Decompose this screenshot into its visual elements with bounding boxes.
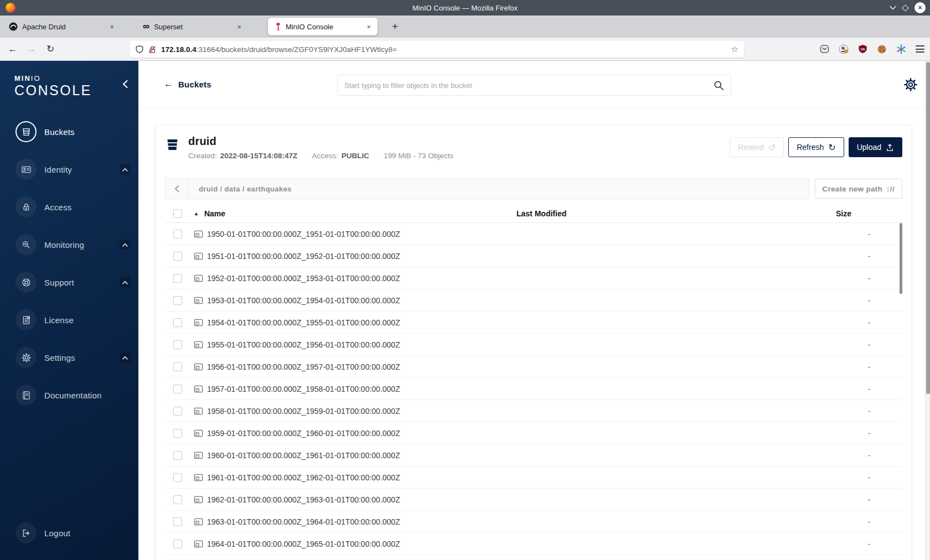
column-header-size[interactable]: Size — [836, 209, 902, 218]
object-name[interactable]: 1960-01-01T00:00:00.000Z_1961-01-01T00:0… — [207, 451, 400, 460]
object-name[interactable]: 1957-01-01T00:00:00.000Z_1958-01-01T00:0… — [207, 385, 400, 393]
sidebar-item-monitoring[interactable]: Monitoring — [0, 234, 138, 256]
row-checkbox[interactable] — [173, 230, 182, 238]
object-name[interactable]: 1956-01-01T00:00:00.000Z_1957-01-01T00:0… — [207, 362, 400, 371]
main-scrollbar-thumb[interactable] — [926, 62, 930, 394]
table-row[interactable]: 1960-01-01T00:00:00.000Z_1961-01-01T00:0… — [165, 444, 902, 466]
object-name[interactable]: 1958-01-01T00:00:00.000Z_1959-01-01T00:0… — [207, 407, 400, 416]
row-checkbox[interactable] — [173, 318, 182, 327]
object-name[interactable]: 1962-01-01T00:00:00.000Z_1963-01-01T00:0… — [207, 495, 400, 504]
bookmark-star-icon[interactable]: ☆ — [731, 44, 738, 54]
create-new-path-button[interactable]: Create new path :// — [815, 179, 902, 199]
url-bar[interactable]: 172.18.0.4:31664/buckets/druid/browse/ZG… — [130, 41, 744, 58]
table-row[interactable]: 1963-01-01T00:00:00.000Z_1964-01-01T00:0… — [165, 511, 902, 533]
window-maximize-button[interactable] — [902, 4, 909, 12]
row-checkbox[interactable] — [173, 296, 182, 305]
object-name[interactable]: 1959-01-01T00:00:00.000Z_1960-01-01T00:0… — [207, 429, 400, 438]
extension-asterisk-icon[interactable] — [896, 44, 906, 54]
collapse-chevron-icon[interactable] — [120, 277, 131, 287]
tab-close-icon[interactable]: × — [236, 23, 242, 31]
select-all-checkbox[interactable] — [173, 209, 182, 218]
row-checkbox[interactable] — [173, 252, 182, 261]
table-row[interactable]: 1962-01-01T00:00:00.000Z_1963-01-01T00:0… — [165, 489, 902, 511]
column-header-name[interactable]: Name — [204, 209, 225, 218]
window-close-button[interactable]: × — [914, 2, 926, 13]
table-row[interactable]: 1961-01-01T00:00:00.000Z_1962-01-01T00:0… — [165, 466, 902, 489]
tab-close-icon[interactable]: × — [108, 23, 115, 31]
browser-reload-button[interactable]: ↻ — [41, 43, 60, 55]
table-row[interactable]: 1954-01-01T00:00:00.000Z_1955-01-01T00:0… — [165, 312, 902, 334]
sort-ascending-icon[interactable]: ▲ — [194, 211, 199, 216]
ublock-origin-icon[interactable]: U0 — [858, 44, 867, 54]
tab-apache-druid[interactable]: Apache Druid × — [3, 18, 121, 35]
row-checkbox[interactable] — [173, 495, 182, 504]
object-name[interactable]: 1951-01-01T00:00:00.000Z_1952-01-01T00:0… — [207, 252, 400, 261]
object-name[interactable]: 1954-01-01T00:00:00.000Z_1955-01-01T00:0… — [207, 318, 400, 327]
tracking-shield-icon[interactable] — [135, 45, 144, 54]
object-name[interactable]: 1952-01-01T00:00:00.000Z_1953-01-01T00:0… — [207, 274, 400, 283]
hamburger-menu-icon[interactable] — [916, 45, 924, 53]
object-name[interactable]: 1955-01-01T00:00:00.000Z_1956-01-01T00:0… — [207, 340, 400, 349]
table-row[interactable]: 1951-01-01T00:00:00.000Z_1952-01-01T00:0… — [165, 245, 902, 267]
row-checkbox[interactable] — [173, 473, 182, 482]
object-filter-input[interactable] — [344, 81, 714, 90]
table-row[interactable]: 1952-01-01T00:00:00.000Z_1953-01-01T00:0… — [165, 267, 902, 289]
window-minimize-button[interactable] — [890, 6, 896, 10]
table-row[interactable]: 1959-01-01T00:00:00.000Z_1960-01-01T00:0… — [165, 422, 902, 444]
row-checkbox[interactable] — [173, 429, 182, 438]
row-checkbox[interactable] — [173, 407, 182, 416]
sidebar-collapse-icon[interactable] — [122, 80, 128, 89]
collapse-chevron-icon[interactable] — [120, 240, 131, 250]
row-checkbox[interactable] — [173, 451, 182, 460]
table-row[interactable]: 1958-01-01T00:00:00.000Z_1959-01-01T00:0… — [165, 400, 902, 422]
sidebar-item-logout[interactable]: Logout — [0, 522, 138, 544]
sidebar-item-documentation[interactable]: Documentation — [0, 384, 138, 406]
rewind-button[interactable]: Rewind ↺ — [730, 137, 784, 157]
object-name[interactable]: 1964-01-01T00:00:00.000Z_1965-01-01T00:0… — [207, 540, 400, 548]
upload-button[interactable]: Upload — [849, 137, 902, 157]
object-name[interactable]: 1950-01-01T00:00:00.000Z_1951-01-01T00:0… — [207, 230, 400, 238]
table-scrollbar-thumb[interactable] — [900, 223, 902, 294]
url-text[interactable]: 172.18.0.4:31664/buckets/druid/browse/ZG… — [161, 45, 727, 54]
table-row[interactable]: 1955-01-01T00:00:00.000Z_1956-01-01T00:0… — [165, 334, 902, 356]
pocket-icon[interactable] — [820, 44, 829, 54]
sidebar-item-support[interactable]: Support — [0, 271, 138, 293]
collapse-chevron-icon[interactable] — [120, 164, 131, 174]
object-name[interactable]: 1963-01-01T00:00:00.000Z_1964-01-01T00:0… — [207, 517, 400, 526]
object-name[interactable]: 1961-01-01T00:00:00.000Z_1962-01-01T00:0… — [207, 473, 400, 482]
row-checkbox[interactable] — [173, 362, 182, 371]
table-row[interactable]: 1964-01-01T00:00:00.000Z_1965-01-01T00:0… — [165, 533, 902, 555]
sidebar-item-buckets[interactable]: Buckets — [0, 121, 138, 143]
row-checkbox[interactable] — [173, 517, 182, 526]
row-checkbox[interactable] — [173, 274, 182, 283]
column-header-last-modified[interactable]: Last Modified — [516, 209, 836, 218]
object-filter-box[interactable] — [337, 75, 731, 96]
table-row[interactable]: 1950-01-01T00:00:00.000Z_1951-01-01T00:0… — [165, 223, 902, 245]
sidebar-item-access[interactable]: Access — [0, 196, 138, 218]
sidebar-item-settings[interactable]: Settings — [0, 346, 138, 369]
row-checkbox[interactable] — [173, 540, 182, 548]
table-row[interactable]: 1953-01-01T00:00:00.000Z_1954-01-01T00:0… — [165, 289, 902, 312]
row-checkbox[interactable] — [173, 340, 182, 349]
insecure-lock-icon[interactable] — [148, 45, 157, 54]
back-to-buckets-link[interactable]: ← Buckets — [164, 79, 211, 90]
breadcrumb[interactable]: druid / data / earthquakes — [199, 185, 292, 193]
row-checkbox[interactable] — [173, 385, 182, 393]
object-name[interactable]: 1953-01-01T00:00:00.000Z_1954-01-01T00:0… — [207, 296, 400, 305]
tab-close-icon[interactable]: × — [365, 23, 372, 31]
browser-forward-button[interactable]: → — [22, 44, 41, 55]
sidebar-item-license[interactable]: License — [0, 309, 138, 331]
new-tab-button[interactable]: + — [388, 20, 402, 33]
path-back-button[interactable] — [166, 179, 189, 199]
table-row[interactable]: 1957-01-01T00:00:00.000Z_1958-01-01T00:0… — [165, 378, 902, 400]
collapse-chevron-icon[interactable] — [120, 352, 131, 362]
browser-back-button[interactable]: ← — [3, 44, 22, 55]
cookie-icon[interactable] — [877, 44, 887, 54]
sidebar-item-identity[interactable]: Identity — [0, 158, 138, 180]
main-scrollbar[interactable] — [925, 61, 930, 560]
account-containers-icon[interactable] — [839, 44, 849, 54]
tab-minio-console[interactable]: MinIO Console × — [268, 18, 378, 35]
tab-superset[interactable]: ∞ Superset × — [137, 18, 248, 35]
console-settings-gear-icon[interactable] — [903, 77, 918, 92]
refresh-button[interactable]: Refresh ↻ — [788, 137, 844, 157]
